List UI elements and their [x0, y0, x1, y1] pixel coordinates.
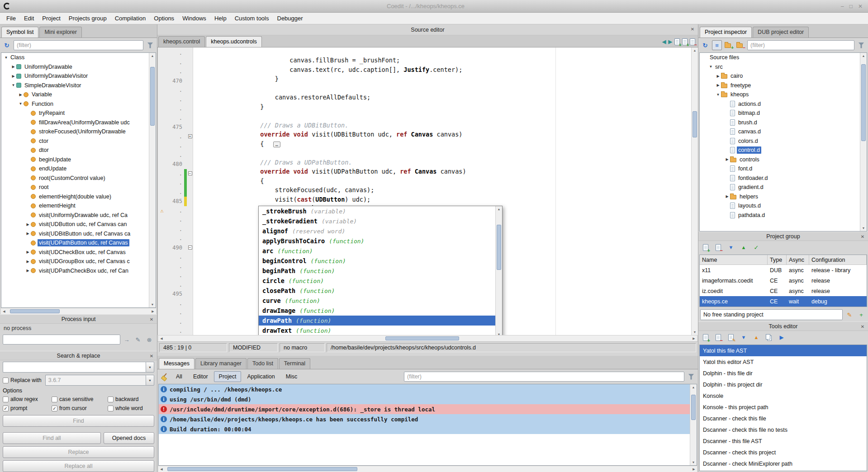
- fold-marker-icon[interactable]: [187, 51, 193, 55]
- symbol-tree-item[interactable]: dtor: [1, 146, 156, 155]
- remove-folder-icon[interactable]: −: [735, 40, 745, 50]
- fold-marker-icon[interactable]: [187, 181, 193, 185]
- completion-item[interactable]: drawImage (function): [259, 306, 495, 316]
- fold-marker-icon[interactable]: −: [187, 245, 193, 250]
- add-free-standing-icon[interactable]: +: [856, 310, 866, 320]
- run-tool-icon[interactable]: ▶: [777, 332, 787, 342]
- message-category-toggle[interactable]: Project: [214, 371, 242, 382]
- completion-item[interactable]: beginControl (function): [259, 256, 495, 266]
- scrollbar-thumb[interactable]: [497, 225, 501, 270]
- project-file-item[interactable]: ▼ src: [700, 62, 867, 72]
- find-button[interactable]: Find: [3, 415, 154, 427]
- remove-project-icon[interactable]: [713, 242, 723, 252]
- project-file-item[interactable]: ▶ freetype: [700, 81, 867, 90]
- move-tool-up-icon[interactable]: ▲: [751, 332, 761, 342]
- tool-item[interactable]: Konsole - this project path: [700, 401, 867, 413]
- tool-item[interactable]: Dscanner - this file AST: [700, 435, 867, 447]
- scrollbar-thumb[interactable]: [150, 67, 155, 126]
- open-document-icon[interactable]: [682, 38, 688, 45]
- project-file-item[interactable]: gradient.d: [700, 183, 867, 192]
- move-project-down-icon[interactable]: ▼: [726, 242, 736, 252]
- horizontal-scrollbar[interactable]: ◀ ▶: [1, 308, 156, 314]
- scrollbar-thumb[interactable]: [385, 336, 459, 340]
- scrollbar-thumb[interactable]: [861, 64, 866, 141]
- bottom-dock-tab[interactable]: Todo list: [247, 358, 278, 369]
- expander-icon[interactable]: ▼: [708, 65, 714, 69]
- completion-item[interactable]: arc (function): [259, 246, 495, 256]
- bottom-dock-tab[interactable]: Terminal: [279, 358, 310, 369]
- fold-marker-icon[interactable]: [187, 116, 193, 120]
- symbol-tree-item[interactable]: ▼ Class: [1, 53, 156, 62]
- tree-view-icon[interactable]: ≡: [712, 40, 722, 50]
- menu-item[interactable]: Debugger: [274, 14, 307, 23]
- symbol-tree-item[interactable]: visit(UDPathButton udc, ref Canvas: [1, 238, 156, 248]
- close-button[interactable]: ✕: [858, 3, 863, 9]
- symbol-tree-item[interactable]: ▶ visit(UDBitButton udc, ref Canvas ca: [1, 229, 156, 239]
- project-file-item[interactable]: Source files: [700, 53, 867, 62]
- fold-marker-icon[interactable]: [187, 311, 193, 315]
- fold-marker-icon[interactable]: [187, 125, 193, 129]
- message-category-toggle[interactable]: Editor: [188, 371, 213, 382]
- completion-item[interactable]: applyBrushToCairo (function): [259, 236, 495, 246]
- files-scrollbar[interactable]: ▲ ▼: [860, 53, 867, 231]
- scrollbar-thumb[interactable]: [167, 467, 357, 471]
- completion-item[interactable]: curve (function): [259, 296, 495, 306]
- fold-marker-icon[interactable]: [187, 329, 193, 333]
- column-header[interactable]: Async: [787, 255, 809, 264]
- tool-item[interactable]: Yatol this file AST: [700, 345, 867, 356]
- scrollbar-thumb[interactable]: [10, 309, 60, 313]
- symbol-tree-item[interactable]: fillDrawArea(UniformlyDrawable udc: [1, 118, 156, 127]
- message-row[interactable]: using /usr/bin/dmd (dmd): [159, 394, 690, 404]
- message-row[interactable]: /usr/include/dmd/druntime/import/core/ex…: [159, 404, 690, 414]
- menu-item[interactable]: Compilation: [111, 14, 150, 23]
- scroll-down-icon[interactable]: ▼: [860, 225, 867, 231]
- nav-forward-icon[interactable]: ▶: [669, 39, 672, 45]
- symbol-tree-item[interactable]: tryRepaint: [1, 109, 156, 118]
- tool-item[interactable]: Yatol this editor AST: [700, 356, 867, 368]
- edit-tool-icon[interactable]: [726, 332, 736, 342]
- fold-marker-icon[interactable]: [187, 153, 193, 157]
- clear-filter-icon[interactable]: [856, 40, 866, 50]
- project-file-item[interactable]: font.d: [700, 164, 867, 174]
- scroll-down-icon[interactable]: ▼: [149, 302, 156, 307]
- menu-item[interactable]: Project: [38, 14, 64, 23]
- bottom-dock-tab[interactable]: Messages: [159, 358, 194, 369]
- expander-icon[interactable]: ▶: [25, 231, 31, 236]
- symbol-tree-item[interactable]: ▶ visit(UDGroupBox udc, ref Canvas c: [1, 257, 156, 266]
- column-header[interactable]: Type: [768, 255, 787, 264]
- fold-marker-icon[interactable]: [187, 283, 193, 287]
- scroll-right-icon[interactable]: ▶: [691, 337, 697, 340]
- expander-icon[interactable]: ▶: [715, 74, 721, 78]
- scroll-left-icon[interactable]: ◀: [1, 310, 7, 313]
- right-dock-tab[interactable]: Project inspector: [700, 27, 752, 38]
- messages-filter-input[interactable]: [404, 372, 684, 382]
- symbol-tree-item[interactable]: ▶ visit(UDPathCheckBox udc, ref Can: [1, 266, 156, 276]
- clear-filter-icon[interactable]: [686, 372, 696, 382]
- fold-marker-icon[interactable]: [187, 70, 193, 74]
- project-file-item[interactable]: ▶ cairo: [700, 71, 867, 81]
- menu-item[interactable]: Help: [211, 14, 230, 23]
- fold-marker-icon[interactable]: [187, 190, 193, 194]
- add-folder-icon[interactable]: +: [724, 40, 734, 50]
- project-file-item[interactable]: control.d: [700, 146, 867, 155]
- dropdown-icon[interactable]: [146, 362, 154, 373]
- symbol-tree-item[interactable]: ctor: [1, 137, 156, 146]
- scroll-down-icon[interactable]: ▼: [692, 329, 698, 335]
- scroll-right-icon[interactable]: ▶: [691, 467, 697, 471]
- expander-icon[interactable]: ▶: [724, 194, 730, 198]
- new-document-icon[interactable]: [674, 38, 680, 45]
- expander-icon[interactable]: ▼: [10, 83, 16, 87]
- fold-marker-icon[interactable]: [187, 218, 193, 222]
- symbol-tree-item[interactable]: ▶ Variable: [1, 90, 156, 99]
- symbol-tree-item[interactable]: ▼ Function: [1, 99, 156, 109]
- scroll-left-icon[interactable]: ◀: [158, 467, 165, 471]
- move-tool-down-icon[interactable]: ▼: [739, 332, 749, 342]
- clone-tool-icon[interactable]: [764, 332, 774, 342]
- project-file-item[interactable]: pathdata.d: [700, 211, 867, 220]
- search-option-checkbox[interactable]: ✓prompt: [3, 405, 52, 411]
- replace-button[interactable]: Replace: [3, 446, 154, 458]
- symbol-tree-item[interactable]: root: [1, 183, 156, 192]
- tool-item[interactable]: Dscanner - check MiniExplorer path: [700, 458, 867, 469]
- fold-marker-icon[interactable]: [187, 60, 193, 64]
- fold-marker-icon[interactable]: [187, 274, 193, 278]
